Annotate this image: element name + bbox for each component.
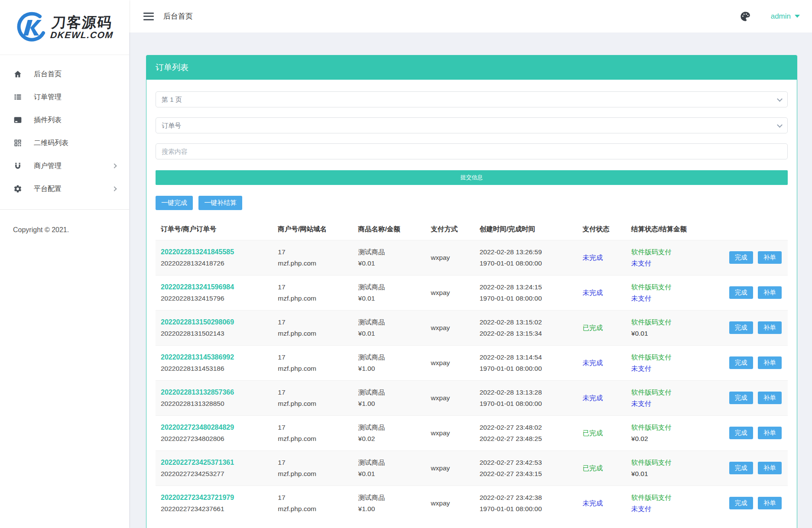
search-field-select[interactable]: 订单号: [156, 117, 788, 133]
order-number-link[interactable]: 2022022813132857366: [161, 387, 234, 398]
merchant-id: 17: [278, 317, 351, 328]
order-number-link[interactable]: 2022022813145386992: [161, 352, 234, 363]
username: admin: [771, 12, 791, 21]
sidebar: 刀客源码 DKEWL.COM 后台首页 订单管理 插件列表 二: [0, 0, 129, 528]
order-number-link[interactable]: 2022022723480284829: [161, 422, 234, 433]
patch-order-button[interactable]: 补单: [758, 356, 782, 369]
col-header-product: 商品名称/金额: [355, 220, 428, 240]
sidebar-menu: 后台首页 订单管理 插件列表 二维码列表 商户管理: [0, 55, 129, 199]
complete-button[interactable]: 完成: [729, 251, 753, 264]
created-time: 2022-02-28 13:14:54: [480, 352, 576, 363]
table-row: 2022022813241845585 20220228132418726 17…: [156, 240, 788, 275]
pay-method: wxpay: [431, 392, 472, 404]
settle-type: 软件版码支付: [631, 422, 714, 433]
created-time: 2022-02-27 23:42:53: [480, 457, 576, 468]
merchant-order-number: 20220227234802806: [161, 433, 271, 444]
patch-order-button[interactable]: 补单: [758, 251, 782, 264]
page-select[interactable]: 第 1 页: [156, 91, 788, 107]
main-area: 后台首页 admin 订单列表 第 1 页: [129, 0, 812, 528]
merchant-domain: mzf.php.com: [278, 398, 351, 409]
settle-amount: 未支付: [631, 398, 714, 409]
merchant-order-number: 20220228131328850: [161, 398, 271, 409]
col-header-merchant: 商户号/网站域名: [274, 220, 354, 240]
pay-status: 已完成: [582, 464, 603, 472]
table-row: 2022022723480284829 20220227234802806 17…: [156, 415, 788, 450]
col-header-settle: 结算状态/结算金额: [628, 220, 717, 240]
product-amount: ¥0.01: [358, 293, 424, 304]
plugin-icon: [13, 115, 23, 125]
complete-button[interactable]: 完成: [729, 392, 753, 404]
product-name: 测试商品: [358, 246, 424, 258]
merchant-domain: mzf.php.com: [278, 293, 351, 304]
theme-palette-icon[interactable]: [740, 11, 751, 22]
order-number-link[interactable]: 2022022813150298069: [161, 317, 234, 328]
product-amount: ¥0.01: [358, 328, 424, 339]
table-header-row: 订单号/商户订单号 商户号/网站域名 商品名称/金额 支付方式 创建时间/完成时…: [156, 220, 788, 240]
pay-status: 未完成: [582, 394, 603, 402]
settle-type: 软件版码支付: [631, 282, 714, 293]
patch-order-button[interactable]: 补单: [758, 286, 782, 299]
settle-type: 软件版码支付: [631, 457, 714, 468]
created-time: 2022-02-28 13:15:02: [480, 317, 576, 328]
pay-status: 未完成: [582, 499, 603, 507]
merchant-order-number: 20220227234237661: [161, 503, 271, 515]
content-area: 订单列表 第 1 页 订单号 提交信息 一键完成: [129, 32, 812, 528]
sidebar-item-label: 订单管理: [34, 93, 116, 102]
order-list-icon: [13, 92, 23, 102]
sidebar-item-label: 平台配置: [34, 185, 113, 194]
patch-order-button[interactable]: 补单: [758, 321, 782, 334]
pay-status: 已完成: [582, 324, 603, 331]
product-name: 测试商品: [358, 387, 424, 398]
complete-button[interactable]: 完成: [729, 286, 753, 299]
search-input[interactable]: [156, 143, 788, 159]
order-table: 订单号/商户订单号 商户号/网站域名 商品名称/金额 支付方式 创建时间/完成时…: [156, 220, 788, 521]
sidebar-item-plugins[interactable]: 插件列表: [0, 110, 129, 130]
merchant-order-number: 20220228131502143: [161, 328, 271, 339]
complete-button[interactable]: 完成: [729, 356, 753, 369]
product-amount: ¥1.00: [358, 503, 424, 515]
complete-button[interactable]: 完成: [729, 427, 753, 439]
bulk-complete-button[interactable]: 一键完成: [156, 196, 193, 210]
search-field-select-wrap: 订单号: [156, 117, 788, 133]
complete-button[interactable]: 完成: [729, 497, 753, 509]
col-header-time: 创建时间/完成时间: [476, 220, 579, 240]
complete-button[interactable]: 完成: [729, 462, 753, 474]
copyright-text: Copyright © 2021.: [0, 210, 129, 234]
sidebar-item-home[interactable]: 后台首页: [0, 64, 129, 84]
merchant-id: 17: [278, 457, 351, 468]
pay-status: 未完成: [582, 254, 603, 261]
patch-order-button[interactable]: 补单: [758, 427, 782, 439]
complete-button[interactable]: 完成: [729, 321, 753, 334]
qrcode-icon: [13, 138, 23, 148]
order-number-link[interactable]: 2022022813241845585: [161, 246, 234, 258]
order-number-link[interactable]: 2022022723425371361: [161, 457, 234, 468]
sidebar-item-merchants[interactable]: 商户管理: [0, 156, 129, 176]
merchant-domain: mzf.php.com: [278, 363, 351, 374]
completed-time: 2022-02-28 13:15:34: [480, 328, 576, 339]
patch-order-button[interactable]: 补单: [758, 497, 782, 509]
order-number-link[interactable]: 2022022723423721979: [161, 492, 234, 503]
order-number-link[interactable]: 2022022813241596984: [161, 282, 234, 293]
bulk-actions: 一键完成 一键补结算: [156, 196, 788, 210]
user-dropdown[interactable]: admin: [771, 12, 800, 21]
settle-amount: ¥0.01: [631, 468, 714, 479]
merchant-domain: mzf.php.com: [278, 328, 351, 339]
menu-toggle-icon[interactable]: [143, 13, 154, 20]
merchant-domain: mzf.php.com: [278, 468, 351, 479]
panel-title: 订单列表: [146, 55, 797, 80]
patch-order-button[interactable]: 补单: [758, 392, 782, 404]
sidebar-item-orders[interactable]: 订单管理: [0, 87, 129, 107]
product-amount: ¥0.01: [358, 468, 424, 479]
bulk-settle-button[interactable]: 一键补结算: [198, 196, 242, 210]
order-table-body: 2022022813241845585 20220228132418726 17…: [156, 240, 788, 521]
patch-order-button[interactable]: 补单: [758, 462, 782, 474]
brand-mark-icon: [15, 11, 47, 43]
product-amount: ¥0.01: [358, 258, 424, 269]
merchant-order-number: 20220228132418726: [161, 258, 271, 269]
sidebar-item-platform-config[interactable]: 平台配置: [0, 179, 129, 199]
sidebar-item-qrcodes[interactable]: 二维码列表: [0, 133, 129, 153]
table-row: 2022022813241596984 20220228132415796 17…: [156, 275, 788, 310]
submit-button[interactable]: 提交信息: [156, 170, 788, 185]
pay-method: wxpay: [431, 252, 472, 263]
caret-down-icon: [795, 15, 800, 18]
